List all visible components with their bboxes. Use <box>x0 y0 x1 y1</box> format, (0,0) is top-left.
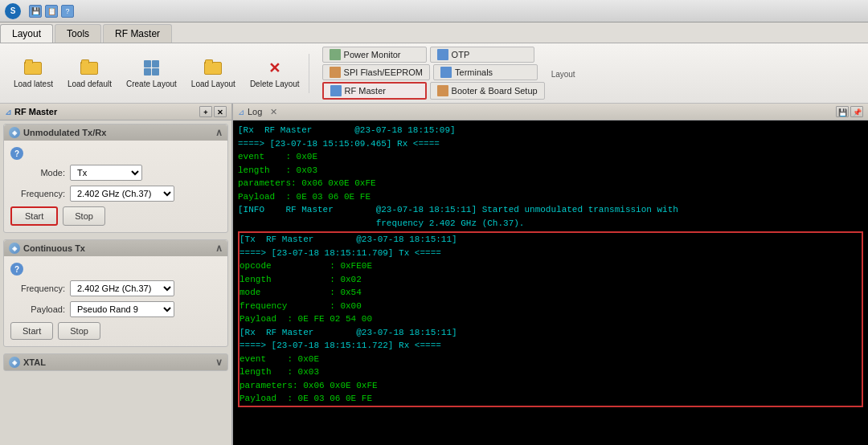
load-default-button[interactable]: Load default <box>62 55 117 92</box>
continuous-title: Continuous Tx <box>23 243 85 253</box>
toolbar-file-group: Load latest Load default Create Layout L… <box>5 54 309 93</box>
booter-board-icon <box>437 85 448 96</box>
continuous-header-left: ◈ Continuous Tx <box>9 243 85 254</box>
layout-label: Layout <box>551 68 575 79</box>
load-layout-label: Load Layout <box>191 80 235 88</box>
panel-expand-btn[interactable]: + <box>199 106 212 117</box>
log-save-btn[interactable]: 💾 <box>836 106 849 117</box>
load-latest-button[interactable]: Load latest <box>8 55 59 92</box>
load-layout-button[interactable]: Load Layout <box>186 55 241 92</box>
continuous-btn-row: Start Stop <box>10 322 221 340</box>
continuous-body: ? Frequency: 2.402 GHz (Ch.37) 2.404 GHz… <box>4 256 227 346</box>
payload-select[interactable]: Pseudo Rand 9 Pseudo Rand 15 All 1s All … <box>70 301 174 317</box>
log-line: event : 0x0E <box>238 150 863 164</box>
continuous-section: ◈ Continuous Tx ∧ ? Frequency: 2.402 GHz… <box>3 239 228 347</box>
save-icon[interactable]: 💾 <box>29 5 42 18</box>
otp-icon <box>437 49 448 60</box>
booter-board-button[interactable]: Booter & Board Setup <box>430 82 545 100</box>
continuous-help-icon[interactable]: ? <box>10 263 23 276</box>
tab-tools[interactable]: Tools <box>55 24 101 43</box>
tab-bar: Layout Tools RF Master <box>0 22 868 43</box>
cont-frequency-row: Frequency: 2.402 GHz (Ch.37) 2.404 GHz (… <box>10 280 221 296</box>
log-line: parameters: 0x06 0x0E 0xFE <box>240 379 862 393</box>
power-monitor-button[interactable]: Power Monitor <box>322 47 427 63</box>
title-bar: S 💾 📋 ? <box>0 0 868 22</box>
panel-close-btn[interactable]: ✕ <box>214 106 227 117</box>
unmodulated-title: Unmodulated Tx/Rx <box>23 128 106 137</box>
save-as-icon[interactable]: 📋 <box>45 5 58 18</box>
log-highlight-box: [Tx RF Master @23-07-18 18:15:11]====> [… <box>238 231 863 407</box>
rf-master-title: RF Master <box>14 107 57 116</box>
xtal-title: XTAL <box>23 357 46 367</box>
xtal-section-icon: ◈ <box>9 357 20 368</box>
tab-layout[interactable]: Layout <box>0 24 53 43</box>
panel-controls[interactable]: + ✕ <box>199 106 227 117</box>
log-header-left: ⊿ Log ✕ <box>238 107 277 117</box>
power-monitor-label: Power Monitor <box>344 50 401 59</box>
frequency-select[interactable]: 2.402 GHz (Ch.37) 2.404 GHz (Ch.38) 2.42… <box>70 186 174 202</box>
continuous-start-button[interactable]: Start <box>10 322 53 340</box>
log-title: Log <box>248 107 262 116</box>
rf-master-panel-header: ⊿ RF Master + ✕ <box>0 104 231 120</box>
spi-flash-icon <box>330 67 341 78</box>
log-header: ⊿ Log ✕ 💾 📌 <box>233 104 868 120</box>
load-default-icon <box>80 59 99 78</box>
xtal-collapse-btn[interactable]: ∨ <box>215 357 223 368</box>
cont-frequency-select[interactable]: 2.402 GHz (Ch.37) 2.404 GHz (Ch.38) 2.42… <box>70 280 174 296</box>
delete-layout-button[interactable]: ✕ Delete Layout <box>244 55 305 92</box>
unmodulated-collapse-btn[interactable]: ∧ <box>215 127 223 138</box>
help-icon[interactable]: ? <box>61 5 74 18</box>
mode-label: Mode: <box>10 168 65 178</box>
log-line: ====> [23-07-18 15:15:09.465] Rx <==== <box>238 137 863 151</box>
unmodulated-start-button[interactable]: Start <box>10 206 58 226</box>
otp-button[interactable]: OTP <box>430 47 534 63</box>
rf-master-header-icon: ⊿ <box>5 108 11 116</box>
payload-label: Payload: <box>10 304 65 314</box>
terminals-label: Terminals <box>455 67 493 77</box>
frequency-label: Frequency: <box>10 189 65 198</box>
continuous-collapse-btn[interactable]: ∧ <box>215 243 223 254</box>
load-latest-icon <box>23 59 43 78</box>
continuous-stop-button[interactable]: Stop <box>58 322 100 340</box>
xtal-header-left: ◈ XTAL <box>9 357 46 368</box>
log-panel: ⊿ Log ✕ 💾 📌 [Rx RF Master @23-07-18 18:1… <box>233 104 868 445</box>
log-line: length : 0x02 <box>240 273 862 287</box>
log-content: [Rx RF Master @23-07-18 18:15:09]====> [… <box>233 120 868 445</box>
spi-flash-button[interactable]: SPI Flash/EEPROM <box>322 64 430 80</box>
power-monitor-icon <box>330 49 341 60</box>
otp-label: OTP <box>452 50 470 59</box>
delete-layout-label: Delete Layout <box>250 80 300 88</box>
log-line: opcode : 0xFE0E <box>240 259 862 273</box>
app-logo: S <box>5 3 21 19</box>
mode-select[interactable]: Tx Rx <box>70 165 142 181</box>
log-line: [Tx RF Master @23-07-18 18:15:11] <box>240 233 862 247</box>
unmodulated-stop-button[interactable]: Stop <box>63 206 105 226</box>
cont-frequency-label: Frequency: <box>10 284 65 293</box>
log-line: Payload : 0E FE 02 54 00 <box>240 312 862 326</box>
log-tab-close[interactable]: ✕ <box>270 107 277 117</box>
xtal-header: ◈ XTAL ∨ <box>3 353 228 371</box>
log-line: [INFO RF Master @23-07-18 18:15:11] Star… <box>238 203 863 217</box>
log-line: length : 0x03 <box>238 164 863 178</box>
unmodulated-help-icon[interactable]: ? <box>10 147 23 160</box>
terminals-button[interactable]: Terminals <box>433 64 538 80</box>
log-header-icon: ⊿ <box>238 108 244 116</box>
log-pin-btn[interactable]: 📌 <box>850 106 863 117</box>
log-line: [Rx RF Master @23-07-18 18:15:09] <box>238 124 863 137</box>
log-controls[interactable]: 💾 📌 <box>836 106 863 117</box>
tab-rf-master[interactable]: RF Master <box>103 24 172 43</box>
continuous-section-icon: ◈ <box>9 243 20 254</box>
log-line: ====> [23-07-18 18:15:11.722] Rx <==== <box>240 339 862 353</box>
frequency-row: Frequency: 2.402 GHz (Ch.37) 2.404 GHz (… <box>10 186 221 202</box>
unmodulated-section: ◈ Unmodulated Tx/Rx ∧ ? Mode: Tx Rx Freq… <box>3 124 228 233</box>
unmodulated-section-header: ◈ Unmodulated Tx/Rx ∧ <box>4 125 227 141</box>
create-layout-button[interactable]: Create Layout <box>121 55 182 92</box>
title-bar-icons[interactable]: 💾 📋 ? <box>29 5 74 18</box>
delete-layout-icon: ✕ <box>265 59 285 78</box>
mode-row: Mode: Tx Rx <box>10 165 221 181</box>
log-line: frequency : 0x00 <box>240 300 862 313</box>
rf-master-plugin-button[interactable]: RF Master <box>322 82 427 100</box>
main-area: ⊿ RF Master + ✕ ◈ Unmodulated Tx/Rx ∧ ? … <box>0 104 868 445</box>
log-line: frequency 2.402 GHz (Ch.37). <box>238 217 863 231</box>
plugin-area: Power Monitor OTP SPI Flash/EEPROM Termi… <box>316 47 545 100</box>
